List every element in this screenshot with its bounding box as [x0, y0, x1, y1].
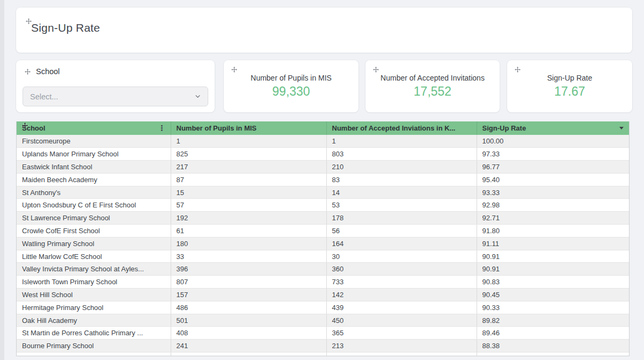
table-cell: 142 — [326, 289, 477, 301]
table-cell: Oak Hill Academy — [17, 314, 171, 327]
table-cell: 90.33 — [477, 301, 630, 314]
kpi-label: Number of Accepted Invitations — [380, 74, 485, 83]
filter-label: School — [36, 67, 60, 76]
table-cell: Crowle CofE First School — [17, 225, 171, 237]
table-cell: 501 — [171, 314, 326, 327]
table-cell: 450 — [326, 314, 477, 327]
table-row[interactable]: Oak Hill Academy50145089.82 — [17, 314, 630, 327]
table-cell: 88.38 — [477, 340, 630, 352]
table-cell: 53 — [326, 199, 477, 212]
table-row[interactable]: St Martin de Porres Catholic Primary ...… — [17, 327, 630, 340]
kpi-value: 17,552 — [414, 84, 451, 99]
table-cell: 408 — [171, 327, 326, 340]
table-row[interactable]: Isleworth Town Primary School80773390.83 — [17, 276, 630, 289]
table-row[interactable]: Bourne Primary School24121388.38 — [17, 340, 630, 352]
table-cell: Hermitage Primary School — [17, 301, 171, 314]
table-cell: Isleworth Town Primary School — [17, 276, 171, 289]
table-cell: Valley Invicta Primary School at Ayles..… — [17, 263, 171, 276]
select-placeholder: Select... — [30, 92, 58, 101]
table-cell: Maiden Beech Academy — [17, 173, 171, 186]
table-row[interactable]: St Lawrence Primary School19217892.71 — [17, 212, 630, 225]
table-cell: 89.46 — [477, 327, 630, 340]
table-cell — [171, 352, 326, 356]
table-cell — [477, 352, 630, 356]
kebab-menu-icon[interactable]: ⋮ — [158, 124, 166, 132]
table-row[interactable]: Crowle CofE First School615691.80 — [17, 225, 630, 237]
move-handle-icon[interactable] — [24, 68, 31, 75]
table-cell: 807 — [171, 276, 326, 289]
table-cell: 57 — [171, 199, 326, 212]
dashboard-screen: Sign-Up Rate School Select... Number of … — [0, 0, 644, 360]
table-cell: Watling Primary School — [17, 237, 171, 250]
column-header-accepted[interactable]: Number of Accepted Inviations in K... — [326, 121, 477, 135]
table-cell: 733 — [326, 276, 477, 289]
dashboard-title-card: Sign-Up Rate — [16, 8, 632, 53]
table-cell: 91.80 — [477, 225, 630, 237]
table-cell: 217 — [171, 161, 326, 174]
table-row[interactable]: Hermitage Primary School48643990.33 — [17, 301, 630, 314]
chevron-down-icon — [195, 93, 201, 99]
table-cell: Upton Snodsbury C of E First School — [17, 199, 171, 212]
table-cell: 486 — [171, 301, 326, 314]
table-cell — [326, 352, 477, 356]
table-cell: 1 — [326, 135, 477, 148]
table-row[interactable]: West Hill School15714290.45 — [17, 289, 630, 301]
table-cell: 30 — [326, 250, 477, 263]
school-select[interactable]: Select... — [23, 87, 208, 106]
table-row[interactable]: Uplands Manor Primary School82580397.33 — [17, 148, 630, 161]
table-cell: 95.40 — [477, 173, 630, 186]
table-cell: 360 — [326, 263, 477, 276]
table-row[interactable]: Firstcomeurope11100.00 — [17, 135, 630, 148]
table-cell: 14 — [326, 186, 477, 199]
column-header-pupils[interactable]: Number of Pupils in MIS — [171, 121, 326, 135]
kpi-label: Sign-Up Rate — [547, 74, 592, 83]
table-row[interactable]: Valley Invicta Primary School at Ayles..… — [17, 263, 630, 276]
table-cell: 180 — [171, 237, 326, 250]
move-handle-icon[interactable] — [231, 66, 238, 73]
table-cell: 213 — [326, 340, 477, 352]
table-cell: 89.82 — [477, 314, 630, 327]
kpi-value: 17.67 — [554, 84, 586, 99]
table-cell: 825 — [171, 148, 326, 161]
column-header-signup-rate[interactable]: Sign-Up Rate — [477, 121, 630, 135]
table-cell: 157 — [171, 289, 326, 301]
table-cell: 241 — [171, 340, 326, 352]
table-cell: 83 — [326, 173, 477, 186]
table-cell: 61 — [171, 225, 326, 237]
table-row[interactable]: Watling Primary School18016491.11 — [17, 237, 630, 250]
column-header-school[interactable]: School ⋮ — [17, 121, 171, 135]
table-row[interactable]: St Anthony's151493.33 — [17, 186, 630, 199]
table-cell: 210 — [326, 161, 477, 174]
table-body: Firstcomeurope11100.00Uplands Manor Prim… — [17, 135, 630, 356]
table-cell: 92.98 — [477, 199, 630, 212]
table-cell: St Anthony's — [17, 186, 171, 199]
table-cell: 33 — [171, 250, 326, 263]
table-cell: Eastwick Infant School — [17, 161, 171, 174]
move-handle-icon[interactable] — [372, 66, 379, 73]
move-handle-icon[interactable] — [514, 66, 521, 73]
table-cell: 90.91 — [477, 263, 630, 276]
table-row[interactable]: Upton Snodsbury C of E First School57539… — [17, 199, 630, 212]
table-cell: 90.83 — [477, 276, 630, 289]
table-cell: 15 — [171, 186, 326, 199]
table-cell: 1 — [171, 135, 326, 148]
table-cell: 91.11 — [477, 237, 630, 250]
table-cell: 90.45 — [477, 289, 630, 301]
table-cell: 100.00 — [477, 135, 630, 148]
table-row[interactable]: Little Marlow CofE School333090.91 — [17, 250, 630, 263]
table-cell: 90.91 — [477, 250, 630, 263]
table-row[interactable]: Eastwick Infant School21721096.77 — [17, 161, 630, 174]
table-cell: Firstcomeurope — [17, 135, 171, 148]
table-cell: 164 — [326, 237, 477, 250]
table-cell: 56 — [326, 225, 477, 237]
table-cell: Little Marlow CofE School — [17, 250, 171, 263]
table-cell: 92.71 — [477, 212, 630, 225]
kpi-card-accepted-invitations: Number of Accepted Invitations 17,552 — [365, 60, 500, 112]
move-cursor-icon — [21, 122, 28, 129]
table-cell: St Martin de Porres Catholic Primary ... — [17, 327, 171, 340]
kpi-value: 99,330 — [272, 84, 310, 99]
table-row-partial — [17, 352, 630, 356]
table-cell: 87 — [171, 173, 326, 186]
table-row[interactable]: Maiden Beech Academy878395.40 — [17, 173, 630, 186]
table-cell: 396 — [171, 263, 326, 276]
